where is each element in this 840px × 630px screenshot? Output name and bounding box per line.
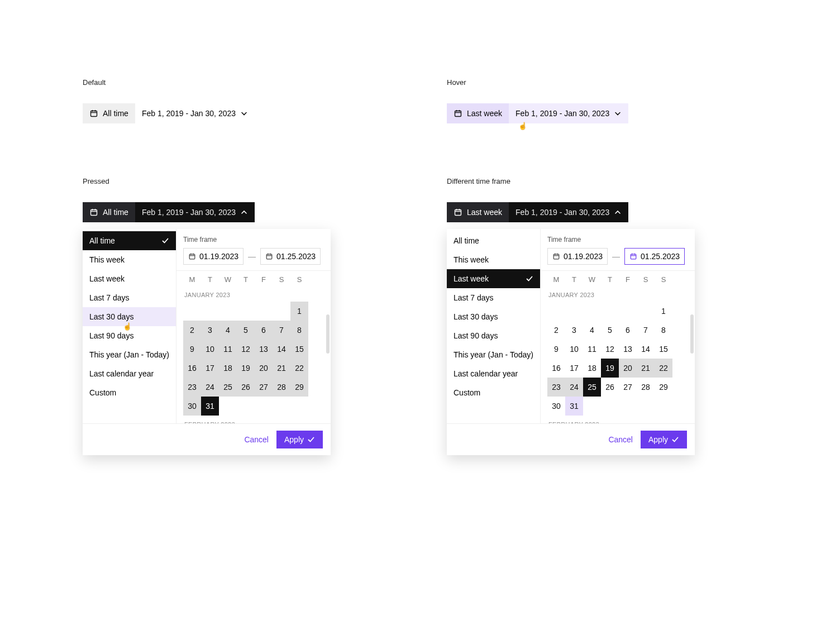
calendar-day[interactable]: 23 <box>183 378 201 397</box>
cancel-button[interactable]: Cancel <box>244 435 269 444</box>
calendar-day[interactable]: 11 <box>219 340 237 359</box>
end-date-input[interactable]: 01.25.2023 <box>260 248 321 265</box>
calendar-day[interactable]: 28 <box>637 378 655 397</box>
calendar-day[interactable]: 30 <box>547 397 565 416</box>
calendar-day[interactable]: 18 <box>583 359 601 378</box>
apply-button[interactable]: Apply <box>276 431 323 448</box>
preset-item[interactable]: All time <box>83 231 176 250</box>
calendar-day[interactable]: 11 <box>583 340 601 359</box>
preset-item[interactable]: Last 30 days <box>83 307 176 326</box>
calendar-day[interactable]: 3 <box>565 321 583 340</box>
calendar-day[interactable]: 24 <box>565 378 583 397</box>
calendar-day[interactable]: 21 <box>637 359 655 378</box>
calendar-day[interactable]: 10 <box>201 340 219 359</box>
calendar-day[interactable]: 28 <box>273 378 290 397</box>
calendar-day[interactable]: 14 <box>273 340 290 359</box>
calendar-day[interactable]: 2 <box>547 321 565 340</box>
preset-label: Last week <box>467 109 502 118</box>
calendar-day[interactable]: 14 <box>637 340 655 359</box>
calendar-day[interactable]: 26 <box>237 378 255 397</box>
calendar-day[interactable]: 10 <box>565 340 583 359</box>
calendar-dow: F <box>619 275 637 284</box>
calendar-day[interactable]: 19 <box>237 359 255 378</box>
calendar-day[interactable]: 25 <box>219 378 237 397</box>
calendar-day[interactable]: 15 <box>655 340 672 359</box>
calendar-day[interactable]: 29 <box>290 378 308 397</box>
calendar[interactable]: MTWTFSSJANUARY 2023123456789101112131415… <box>541 271 695 423</box>
cancel-button[interactable]: Cancel <box>608 435 633 444</box>
calendar-day[interactable]: 23 <box>547 378 565 397</box>
start-date-input[interactable]: 01.19.2023 <box>547 248 608 265</box>
calendar-day[interactable]: 24 <box>201 378 219 397</box>
calendar-day[interactable]: 27 <box>255 378 273 397</box>
calendar-day[interactable]: 18 <box>219 359 237 378</box>
calendar-day[interactable]: 2 <box>183 321 201 340</box>
preset-item[interactable]: Last week <box>83 269 176 288</box>
calendar[interactable]: MTWTFSSJANUARY 2023123456789101112131415… <box>176 271 331 423</box>
preset-item[interactable]: This week <box>83 250 176 269</box>
calendar-day[interactable]: 13 <box>619 340 637 359</box>
preset-item[interactable]: Custom <box>447 383 540 402</box>
calendar-day[interactable]: 5 <box>237 321 255 340</box>
calendar-day[interactable]: 1 <box>655 302 672 321</box>
end-date-input[interactable]: 01.25.2023 <box>624 248 685 265</box>
date-range-selector[interactable]: All time Feb 1, 2019 - Jan 30, 2023 <box>83 202 255 222</box>
date-range-selector[interactable]: All time Feb 1, 2019 - Jan 30, 2023 <box>83 103 255 123</box>
calendar-day[interactable]: 6 <box>619 321 637 340</box>
preset-item[interactable]: This year (Jan - Today) <box>447 345 540 364</box>
state-pressed: Pressed All time Feb 1, 2019 - Jan 30, 2… <box>83 177 393 455</box>
calendar-day[interactable]: 12 <box>601 340 619 359</box>
calendar-day[interactable]: 17 <box>201 359 219 378</box>
calendar-day[interactable]: 1 <box>290 302 308 321</box>
calendar-day[interactable]: 25 <box>583 378 601 397</box>
preset-item[interactable]: This week <box>447 250 540 269</box>
calendar-day[interactable]: 20 <box>255 359 273 378</box>
calendar-day[interactable]: 29 <box>655 378 672 397</box>
preset-item[interactable]: Last 90 days <box>447 326 540 345</box>
preset-item[interactable]: Last 7 days <box>447 288 540 307</box>
calendar-day[interactable]: 16 <box>547 359 565 378</box>
calendar-day[interactable]: 7 <box>637 321 655 340</box>
preset-item[interactable]: All time <box>447 231 540 250</box>
calendar-day[interactable]: 8 <box>290 321 308 340</box>
preset-item[interactable]: Last calendar year <box>83 364 176 383</box>
calendar-day[interactable]: 27 <box>619 378 637 397</box>
calendar-day[interactable]: 31 <box>565 397 583 416</box>
calendar-day[interactable]: 9 <box>183 340 201 359</box>
calendar-day[interactable]: 19 <box>601 359 619 378</box>
calendar-day[interactable]: 16 <box>183 359 201 378</box>
calendar-day[interactable]: 6 <box>255 321 273 340</box>
preset-item[interactable]: This year (Jan - Today) <box>83 345 176 364</box>
calendar-day[interactable]: 4 <box>219 321 237 340</box>
calendar-day[interactable]: 15 <box>290 340 308 359</box>
calendar-day[interactable]: 13 <box>255 340 273 359</box>
calendar-day[interactable]: 22 <box>290 359 308 378</box>
calendar-day[interactable]: 20 <box>619 359 637 378</box>
date-range-selector[interactable]: Last week Feb 1, 2019 - Jan 30, 2023 <box>447 103 628 123</box>
scrollbar[interactable] <box>326 314 330 354</box>
calendar-day[interactable]: 4 <box>583 321 601 340</box>
preset-item[interactable]: Custom <box>83 383 176 402</box>
calendar-day[interactable]: 3 <box>201 321 219 340</box>
preset-item[interactable]: Last week <box>447 269 540 288</box>
calendar-day[interactable]: 31 <box>201 397 219 416</box>
apply-button[interactable]: Apply <box>641 431 687 448</box>
scrollbar[interactable] <box>690 314 694 354</box>
calendar-day[interactable]: 12 <box>237 340 255 359</box>
calendar-day[interactable]: 30 <box>183 397 201 416</box>
calendar-day[interactable]: 17 <box>565 359 583 378</box>
calendar-day[interactable]: 9 <box>547 340 565 359</box>
start-date-input[interactable]: 01.19.2023 <box>183 248 244 265</box>
calendar-day[interactable]: 22 <box>655 359 672 378</box>
preset-item[interactable]: Last calendar year <box>447 364 540 383</box>
date-range-selector[interactable]: Last week Feb 1, 2019 - Jan 30, 2023 <box>447 202 628 222</box>
calendar-day[interactable]: 5 <box>601 321 619 340</box>
preset-item[interactable]: Last 7 days <box>83 288 176 307</box>
calendar-day[interactable]: 26 <box>601 378 619 397</box>
calendar-day[interactable]: 7 <box>273 321 290 340</box>
calendar-day[interactable]: 21 <box>273 359 290 378</box>
preset-list: All timeThis weekLast weekLast 7 daysLas… <box>447 229 541 423</box>
calendar-day[interactable]: 8 <box>655 321 672 340</box>
preset-item[interactable]: Last 90 days <box>83 326 176 345</box>
preset-item[interactable]: Last 30 days <box>447 307 540 326</box>
